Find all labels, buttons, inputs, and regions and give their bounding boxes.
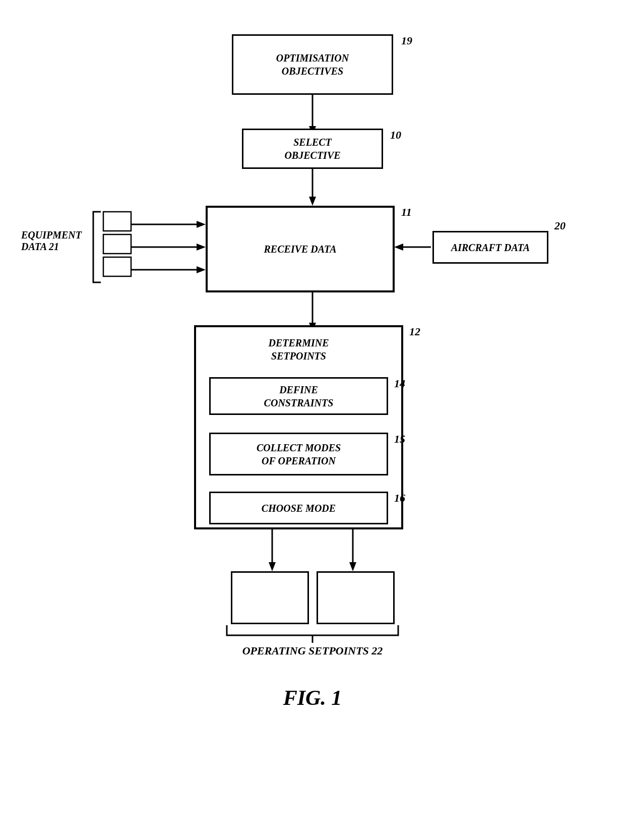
ref-15: 15	[394, 433, 405, 446]
aircraft-data-label: AIRCRAFT DATA	[451, 241, 530, 254]
output-right-box	[317, 571, 395, 624]
ref-11: 11	[401, 206, 412, 219]
determine-setpoints-label: DETERMINESETPOINTS	[196, 336, 401, 363]
choose-mode-box: CHOOSE MODE	[209, 492, 388, 524]
ref-19: 19	[401, 34, 412, 47]
collect-modes-box: COLLECT MODESOF OPERATION	[209, 433, 388, 475]
figure-label: FIG. 1	[247, 686, 378, 710]
svg-marker-18	[349, 562, 356, 571]
diagram-container: OPTIMISATIONOBJECTIVES 19 SELECTOBJECTIV…	[0, 0, 625, 840]
svg-marker-5	[197, 221, 206, 228]
define-constraints-box: DEFINECONSTRAINTS	[209, 377, 388, 415]
select-objective-box: SELECTOBJECTIVE	[242, 129, 383, 169]
svg-marker-3	[309, 197, 316, 206]
optimisation-objectives-box: OPTIMISATIONOBJECTIVES	[232, 34, 393, 95]
output-left-box	[231, 571, 309, 624]
ref-16: 16	[394, 492, 405, 505]
aircraft-data-box: AIRCRAFT DATA	[432, 231, 548, 264]
select-objective-label: SELECTOBJECTIVE	[284, 136, 340, 162]
collect-modes-label: COLLECT MODESOF OPERATION	[257, 441, 341, 467]
svg-marker-12	[394, 244, 403, 251]
svg-rect-20	[103, 234, 131, 254]
ref-10: 10	[390, 129, 401, 142]
operating-setpoints-label: OPERATING SETPOINTS 22	[197, 644, 428, 657]
svg-rect-21	[103, 257, 131, 276]
optimisation-objectives-label: OPTIMISATIONOBJECTIVES	[276, 51, 349, 78]
ref-20: 20	[554, 219, 566, 232]
choose-mode-label: CHOOSE MODE	[262, 502, 336, 515]
ref-14: 14	[394, 377, 405, 390]
equipment-data-label: EQUIPMENTDATA 21	[21, 229, 82, 253]
svg-rect-19	[103, 212, 131, 231]
ref-12: 12	[409, 325, 420, 338]
svg-marker-16	[269, 562, 276, 571]
define-constraints-label: DEFINECONSTRAINTS	[264, 383, 334, 409]
receive-data-label: RECEIVE DATA	[264, 243, 337, 256]
receive-data-box: RECEIVE DATA	[206, 206, 395, 292]
svg-marker-7	[197, 244, 206, 251]
svg-marker-9	[197, 266, 206, 273]
